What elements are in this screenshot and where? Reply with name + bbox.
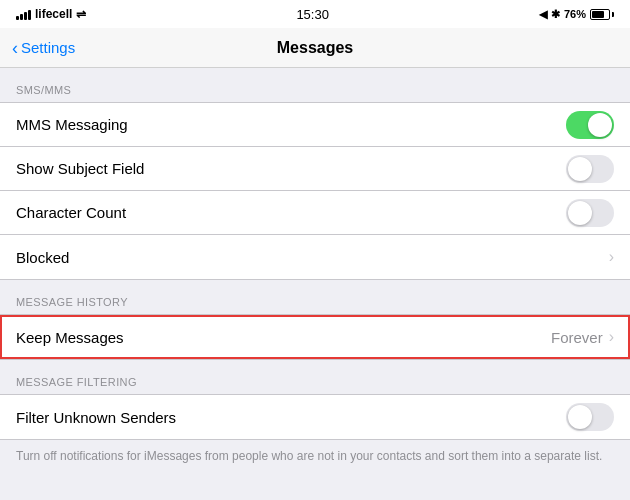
battery-percent-label: 76% (564, 8, 586, 20)
keep-messages-row[interactable]: Keep Messages Forever › (0, 315, 630, 359)
filter-unknown-senders-label: Filter Unknown Senders (16, 409, 176, 426)
status-bar: lifecell ⇌ 15:30 ◀ ✱ 76% (0, 0, 630, 28)
back-label[interactable]: Settings (21, 39, 75, 56)
character-count-toggle[interactable] (566, 199, 614, 227)
toggle-knob-3 (568, 201, 592, 225)
carrier-label: lifecell (35, 7, 72, 21)
status-bar-time: 15:30 (296, 7, 329, 22)
show-subject-field-toggle[interactable] (566, 155, 614, 183)
keep-messages-right: Forever › (551, 328, 614, 346)
toggle-knob-2 (568, 157, 592, 181)
wifi-icon: ⇌ (76, 7, 86, 21)
section-header-filtering: MESSAGE FILTERING (0, 360, 630, 394)
signal-bars-icon (16, 8, 31, 20)
keep-messages-label: Keep Messages (16, 329, 124, 346)
location-icon: ◀ (539, 8, 547, 21)
toggle-knob (588, 113, 612, 137)
page-title: Messages (277, 39, 354, 57)
mms-messaging-toggle[interactable] (566, 111, 614, 139)
blocked-label: Blocked (16, 249, 69, 266)
section-header-history: MESSAGE HISTORY (0, 280, 630, 314)
show-subject-field-row: Show Subject Field (0, 147, 630, 191)
smsmms-group: MMS Messaging Show Subject Field Charact… (0, 102, 630, 280)
filtering-group: Filter Unknown Senders (0, 394, 630, 440)
chevron-left-icon: ‹ (12, 39, 18, 57)
chevron-right-icon: › (609, 248, 614, 266)
section-header-smsmms: SMS/MMS (0, 68, 630, 102)
battery-icon (590, 9, 614, 20)
nav-bar: ‹ Settings Messages (0, 28, 630, 68)
keep-messages-value: Forever (551, 329, 603, 346)
filter-unknown-senders-toggle[interactable] (566, 403, 614, 431)
character-count-row: Character Count (0, 191, 630, 235)
settings-content: SMS/MMS MMS Messaging Show Subject Field… (0, 68, 630, 500)
toggle-knob-4 (568, 405, 592, 429)
keep-messages-chevron-icon: › (609, 328, 614, 346)
filter-description: Turn off notifications for iMessages fro… (0, 440, 630, 477)
show-subject-field-label: Show Subject Field (16, 160, 144, 177)
character-count-label: Character Count (16, 204, 126, 221)
mms-messaging-label: MMS Messaging (16, 116, 128, 133)
bluetooth-icon: ✱ (551, 8, 560, 21)
filter-unknown-senders-row: Filter Unknown Senders (0, 395, 630, 439)
status-bar-left: lifecell ⇌ (16, 7, 86, 21)
mms-messaging-row: MMS Messaging (0, 103, 630, 147)
back-button[interactable]: ‹ Settings (12, 39, 75, 57)
blocked-row[interactable]: Blocked › (0, 235, 630, 279)
status-bar-right: ◀ ✱ 76% (539, 8, 614, 21)
history-group: Keep Messages Forever › (0, 314, 630, 360)
